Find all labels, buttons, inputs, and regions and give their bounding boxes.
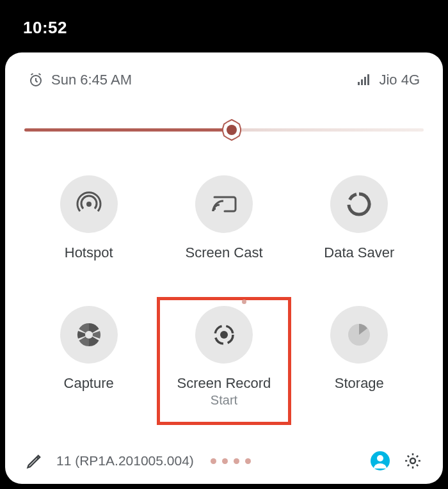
tile-label: Data Saver — [324, 245, 394, 261]
tiles-grid: Hotspot Screen Cast Data Saver — [24, 175, 424, 408]
svg-point-6 — [227, 125, 237, 135]
tile-storage[interactable]: Storage — [295, 306, 424, 408]
tile-label: Capture — [64, 375, 114, 392]
record-icon — [195, 306, 253, 364]
header-day-time: Sun 6:45 AM — [51, 72, 132, 88]
settings-button[interactable] — [403, 451, 422, 470]
tile-label: Screen Record — [177, 375, 271, 392]
notification-dot-icon — [242, 300, 246, 304]
svg-rect-1 — [358, 82, 360, 85]
page-dot — [245, 458, 251, 464]
edit-button[interactable] — [26, 452, 44, 470]
tile-capture[interactable]: Capture — [24, 306, 153, 408]
brightness-slider[interactable] — [24, 122, 424, 138]
alarm-icon — [28, 72, 44, 88]
panel-header: Sun 6:45 AM Jio 4G — [24, 72, 424, 88]
page-dot — [234, 458, 239, 464]
page-dot — [222, 458, 228, 464]
build-text: 11 (RP1A.201005.004) — [56, 453, 194, 469]
svg-rect-2 — [361, 79, 363, 85]
header-left: Sun 6:45 AM — [28, 72, 132, 88]
svg-point-14 — [410, 458, 415, 463]
brightness-thumb-icon[interactable] — [221, 119, 243, 141]
header-network: Jio 4G — [379, 72, 420, 88]
status-time: 10:52 — [23, 18, 67, 38]
svg-rect-3 — [364, 77, 366, 85]
datasaver-icon — [330, 175, 388, 233]
svg-point-10 — [220, 331, 228, 339]
tile-screencast[interactable]: Screen Cast — [159, 175, 288, 261]
tile-label: Hotspot — [65, 245, 113, 261]
tile-sublabel: Start — [211, 393, 237, 408]
user-button[interactable] — [370, 451, 390, 471]
svg-point-13 — [377, 455, 383, 461]
tile-datasaver[interactable]: Data Saver — [295, 175, 424, 261]
quick-settings-panel: Sun 6:45 AM Jio 4G — [5, 52, 443, 484]
panel-footer: 11 (RP1A.201005.004) — [24, 451, 424, 472]
page-dot — [211, 458, 216, 464]
tile-label: Storage — [335, 375, 384, 392]
storage-icon — [330, 306, 388, 364]
tile-screenrecord[interactable]: Screen Record Start — [159, 306, 288, 408]
tile-hotspot[interactable]: Hotspot — [24, 175, 153, 261]
capture-icon — [60, 306, 118, 364]
svg-rect-4 — [367, 74, 369, 85]
cast-icon — [195, 175, 253, 233]
hotspot-icon — [60, 175, 118, 233]
svg-point-8 — [85, 331, 93, 339]
header-right: Jio 4G — [357, 72, 420, 88]
svg-point-7 — [86, 202, 92, 207]
page-indicator[interactable] — [211, 458, 251, 464]
tile-label: Screen Cast — [185, 245, 262, 261]
signal-icon — [357, 73, 371, 87]
